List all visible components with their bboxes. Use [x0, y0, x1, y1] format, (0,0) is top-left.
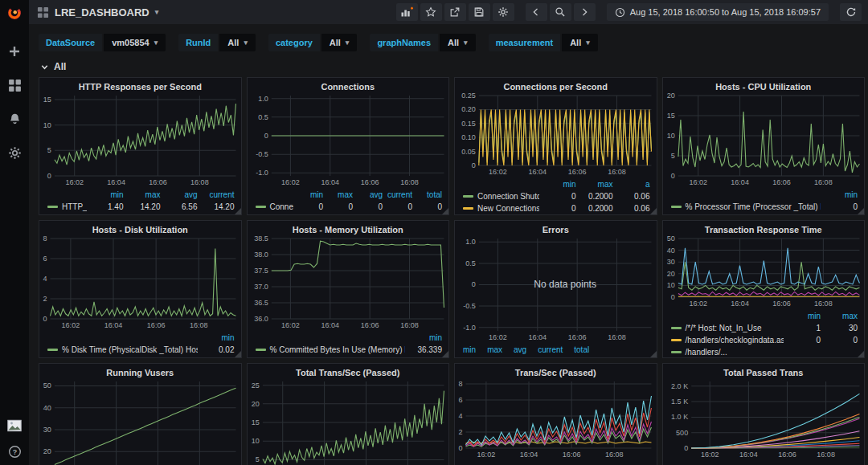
panel-title[interactable]: Transaction Response Time: [663, 221, 865, 235]
svg-text:16:06: 16:06: [149, 178, 167, 186]
zoom-out-button[interactable]: [550, 3, 571, 21]
panel-plot[interactable]: 05101516:0216:0416:0616:08: [39, 92, 241, 188]
panel-plot[interactable]: 51015202516:0216:0416:0616:08: [248, 378, 449, 465]
filter-value-dropdown[interactable]: All▾: [440, 34, 476, 51]
panel-plot[interactable]: 0246816:0216:0416:0616:08: [39, 235, 241, 331]
panel-title[interactable]: Hosts - Memory Utilization: [248, 221, 449, 235]
svg-text:20: 20: [666, 270, 674, 278]
legend-series-toggle[interactable]: HTTP_200 Host: Not_In_Use: [47, 202, 87, 211]
filter-value-dropdown[interactable]: All▾: [219, 34, 256, 51]
legend-series-toggle[interactable]: /handlers/...: [671, 348, 784, 357]
sidebar-alerting-button[interactable]: [7, 112, 22, 126]
panel-plot[interactable]: 00.050.100.150.200.2516:0216:0416:0616:0…: [455, 92, 657, 177]
panel-resize-handle[interactable]: [442, 208, 448, 214]
legend-column-header: avg: [353, 190, 383, 199]
legend-column-header: current: [198, 190, 235, 199]
panel-title[interactable]: Connections per Second: [455, 78, 657, 92]
save-button[interactable]: [469, 3, 490, 21]
add-panel-button[interactable]: [396, 3, 418, 21]
series-color-dash: [47, 206, 58, 208]
panel-resize-handle[interactable]: [235, 208, 241, 214]
grafana-logo[interactable]: [7, 6, 22, 20]
panel-title[interactable]: Connections: [248, 78, 449, 92]
sidebar-create-button[interactable]: [7, 44, 22, 59]
panel-plot[interactable]: 0510152016:0216:0416:0616:08: [663, 92, 865, 188]
legend-series-label: /*/* Host: Not_In_Use: [686, 324, 762, 332]
row-toggle-all[interactable]: All: [29, 58, 868, 75]
panel: Total Trans/Sec (Passed)51015202516:0216…: [247, 363, 450, 465]
legend-column-header: max: [576, 180, 613, 189]
svg-text:16:04: 16:04: [731, 300, 749, 308]
svg-text:15: 15: [43, 96, 51, 104]
svg-text:500: 500: [676, 429, 688, 437]
panel-title[interactable]: Total Passed Trans: [663, 364, 865, 378]
legend-stat-value: 30: [821, 324, 858, 332]
panel-resize-handle[interactable]: [235, 351, 241, 357]
panel-title[interactable]: Trans/Sec (Passed): [455, 364, 657, 378]
legend-series-toggle[interactable]: % Processor Time (Processor _Total) Host…: [671, 202, 821, 211]
star-button[interactable]: [420, 3, 442, 21]
refresh-button[interactable]: [840, 3, 862, 21]
panel-title[interactable]: Hosts - CPU Utilization: [663, 78, 865, 92]
panel-legend: min% Disk Time (PhysicalDisk _Total) Hos…: [39, 331, 241, 356]
share-button[interactable]: [444, 3, 466, 21]
legend-series-toggle[interactable]: Connection Shutdowns Host: Not_In_Use: [463, 192, 539, 201]
star-icon: [425, 6, 436, 18]
time-range-picker[interactable]: Aug 15, 2018 16:00:50 to Aug 15, 2018 16…: [607, 3, 829, 21]
sidebar-help-button[interactable]: ?: [7, 444, 22, 459]
legend-series-toggle[interactable]: /*/* Host: Not_In_Use: [671, 324, 784, 332]
sidebar-dashboards-button[interactable]: [7, 78, 22, 92]
panel-resize-handle[interactable]: [858, 351, 864, 357]
time-forward-button[interactable]: [574, 3, 596, 21]
legend-series-toggle[interactable]: /handlers/checklogindata.ashx Host: Not_…: [671, 336, 784, 345]
filter-datasource: DataSourcevm05854▾: [39, 34, 166, 51]
filter-value-dropdown[interactable]: vm05854▾: [104, 34, 166, 51]
panel-plot[interactable]: 1.00.50-0.5-1.016:0216:0416:0616:08: [248, 92, 449, 188]
panel-resize-handle[interactable]: [442, 351, 448, 357]
filter-value-dropdown[interactable]: All▾: [562, 34, 598, 51]
dashboards-grid-icon: [8, 79, 22, 92]
svg-text:37.5: 37.5: [254, 267, 268, 275]
dashboard-settings-button[interactable]: [493, 3, 514, 21]
panel-resize-handle[interactable]: [858, 208, 864, 214]
svg-text:50: 50: [43, 381, 51, 390]
gear-icon: [8, 146, 22, 160]
panel-title[interactable]: HTTP Responses per Second: [39, 78, 241, 92]
panel-title[interactable]: Errors: [455, 221, 657, 235]
panel-plot[interactable]: 2030405016:0216:0416:0616:08: [39, 378, 241, 465]
legend-series-toggle[interactable]: New Connections Host: Not_In_Use: [463, 204, 539, 213]
filter-value-dropdown[interactable]: All▾: [321, 34, 358, 51]
legend-series-label: /handlers/checklogindata.ashx Host: Not_…: [686, 336, 784, 345]
navbar-actions: Aug 15, 2018 16:00:50 to Aug 15, 2018 16…: [396, 3, 862, 21]
clock-icon: [615, 7, 625, 18]
svg-text:10: 10: [251, 437, 259, 445]
svg-text:0.5: 0.5: [465, 259, 476, 267]
svg-text:15: 15: [666, 112, 674, 120]
svg-text:16:08: 16:08: [608, 333, 626, 341]
legend-series-toggle[interactable]: % Committed Bytes In Use (Memory) Host: …: [256, 345, 406, 354]
dashboard-title-button[interactable]: LRE_DASHBOARD ▾: [37, 6, 158, 18]
panel-plot[interactable]: 36.036.537.037.538.038.516:0216:0416:061…: [248, 235, 449, 331]
panel: Hosts - Memory Utilization36.036.537.037…: [247, 220, 450, 358]
svg-text:16:06: 16:06: [568, 333, 587, 341]
panel-title[interactable]: Total Trans/Sec (Passed): [248, 364, 449, 378]
legend-column-header: a: [613, 180, 650, 189]
panel-resize-handle[interactable]: [650, 351, 657, 357]
legend-stat-value: 0.06: [613, 204, 650, 213]
panel-plot[interactable]: 0102030405016:0216:0416:0616:08: [663, 235, 865, 309]
panel-plot[interactable]: 1.00.50-0.5-1.016:0216:0416:0616:08No da…: [455, 235, 657, 343]
legend-series-toggle[interactable]: Connections Host: Not_In_Use: [256, 202, 294, 211]
panel-plot[interactable]: 05001.0 K1.5 K2.0 K16:0216:0416:0616:08: [663, 378, 865, 460]
sidebar-configuration-button[interactable]: [7, 145, 22, 160]
time-back-button[interactable]: [526, 3, 547, 21]
svg-text:16:04: 16:04: [104, 321, 123, 329]
panel-title[interactable]: Hosts - Disk Utilization: [39, 221, 241, 235]
panel-resize-handle[interactable]: [650, 208, 657, 214]
panel-title[interactable]: Running Vusers: [39, 364, 241, 378]
legend-series-toggle[interactable]: % Disk Time (PhysicalDisk _Total) Host: …: [47, 345, 198, 354]
sidebar-avatar-button[interactable]: [7, 418, 22, 433]
svg-text:25: 25: [251, 381, 259, 390]
panel-plot[interactable]: 0246816:0216:0416:0616:08: [455, 378, 657, 460]
panel-legend: min% Committed Bytes In Use (Memory) Hos…: [248, 331, 449, 356]
svg-text:16:08: 16:08: [190, 321, 208, 329]
